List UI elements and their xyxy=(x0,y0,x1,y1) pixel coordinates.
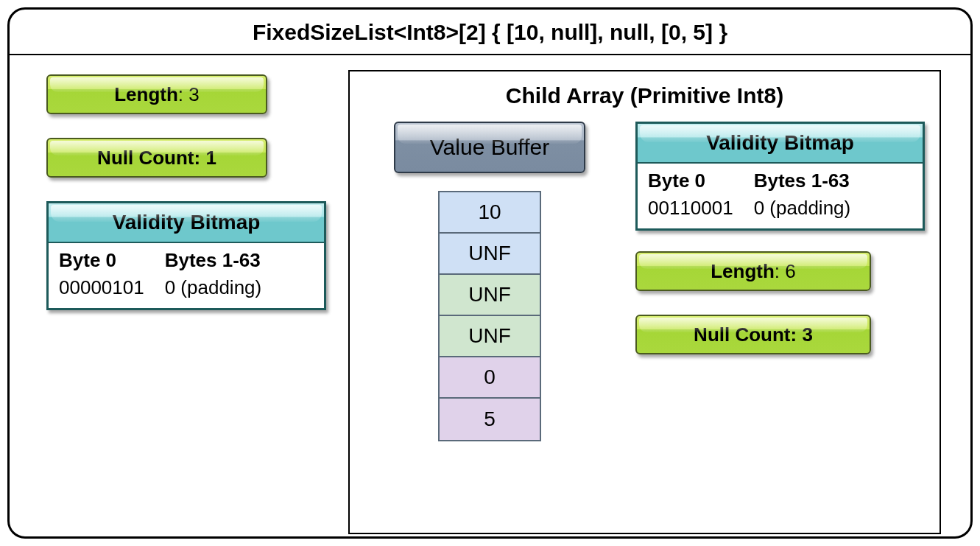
child-validity-body: Byte 0 00110001 Bytes 1-63 0 (padding) xyxy=(638,164,923,228)
child-array-box: Child Array (Primitive Int8) Value Buffe… xyxy=(348,70,941,534)
parent-length-value: : 3 xyxy=(178,83,200,105)
child-validity-col0-value: 00110001 xyxy=(648,197,733,220)
child-validity-col1-header: Bytes 1-63 xyxy=(754,169,851,192)
value-buffer-badge: Value Buffer xyxy=(394,122,585,173)
child-validity-col0-header: Byte 0 xyxy=(648,169,733,192)
parent-validity-col1-value: 0 (padding) xyxy=(165,276,262,299)
diagram-content: Length: 3 Null Count: 1 Validity Bitmap … xyxy=(10,55,970,539)
child-validity-col1: Bytes 1-63 0 (padding) xyxy=(754,169,851,220)
parent-validity-col0-value: 00000101 xyxy=(59,276,144,299)
child-validity-bitmap: Validity Bitmap Byte 0 00110001 Bytes 1-… xyxy=(635,122,925,231)
value-buffer-cell: 10 xyxy=(440,192,540,234)
parent-length-label: Length xyxy=(114,83,178,105)
value-buffer-cell: UNF xyxy=(440,316,540,357)
child-validity-title: Validity Bitmap xyxy=(638,124,923,164)
parent-validity-bitmap: Validity Bitmap Byte 0 00000101 Bytes 1-… xyxy=(46,201,326,310)
value-buffer-cells: 10UNFUNFUNF05 xyxy=(438,191,541,441)
value-buffer-cell: 0 xyxy=(440,357,540,399)
child-nullcount-text: Null Count: 3 xyxy=(694,323,813,346)
parent-validity-body: Byte 0 00000101 Bytes 1-63 0 (padding) xyxy=(49,243,324,308)
child-length-label: Length xyxy=(711,260,775,282)
value-buffer-cell: UNF xyxy=(440,234,540,275)
parent-validity-col0: Byte 0 00000101 xyxy=(59,249,144,299)
child-validity-col1-value: 0 (padding) xyxy=(754,197,851,220)
diagram-title: FixedSizeList<Int8>[2] { [10, null], nul… xyxy=(10,10,970,55)
value-buffer-label: Value Buffer xyxy=(430,135,549,160)
child-nullcount-badge: Null Count: 3 xyxy=(635,315,871,354)
parent-validity-title: Validity Bitmap xyxy=(49,203,324,243)
child-validity-col0: Byte 0 00110001 xyxy=(648,169,733,220)
parent-nullcount-badge: Null Count: 1 xyxy=(46,138,267,178)
parent-array-column: Length: 3 Null Count: 1 Validity Bitmap … xyxy=(46,70,326,534)
value-buffer-cell: 5 xyxy=(440,399,540,440)
child-array-title: Child Array (Primitive Int8) xyxy=(364,83,925,108)
child-array-row: Value Buffer 10UNFUNFUNF05 Validity Bitm… xyxy=(364,122,925,441)
child-length-badge: Length: 6 xyxy=(635,251,871,291)
child-meta-column: Validity Bitmap Byte 0 00110001 Bytes 1-… xyxy=(635,122,925,441)
parent-nullcount-text: Null Count: 1 xyxy=(97,147,216,169)
parent-validity-col0-header: Byte 0 xyxy=(59,249,144,272)
parent-validity-col1-header: Bytes 1-63 xyxy=(165,249,262,272)
parent-length-badge: Length: 3 xyxy=(46,74,267,114)
value-buffer-column: Value Buffer 10UNFUNFUNF05 xyxy=(364,122,615,441)
child-length-value: : 6 xyxy=(775,260,796,282)
value-buffer-cell: UNF xyxy=(440,275,540,316)
parent-validity-col1: Bytes 1-63 0 (padding) xyxy=(165,249,262,299)
diagram-container: FixedSizeList<Int8>[2] { [10, null], nul… xyxy=(7,7,973,539)
